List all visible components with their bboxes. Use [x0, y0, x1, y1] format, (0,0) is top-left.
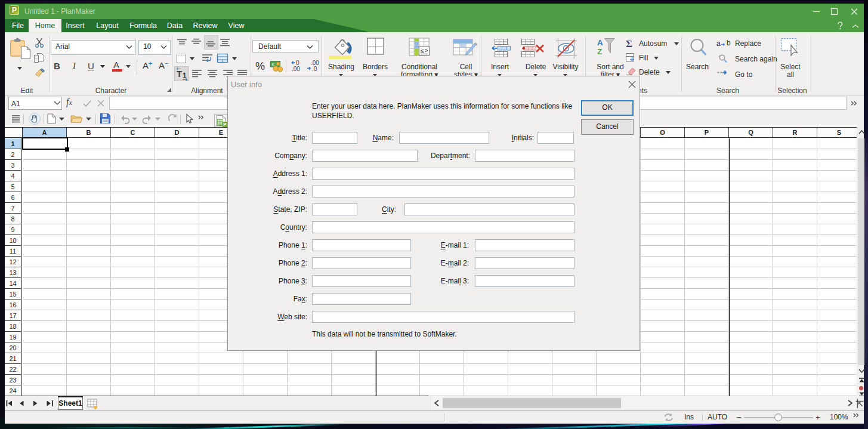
svg-text:T: T — [177, 69, 182, 79]
svg-text:P: P — [223, 122, 227, 127]
svg-text:.00: .00 — [292, 66, 300, 72]
svg-text:≤: ≤ — [421, 47, 424, 54]
svg-text:Z: Z — [597, 47, 602, 56]
svg-text:A: A — [597, 38, 603, 47]
svg-text:.0: .0 — [312, 66, 317, 72]
